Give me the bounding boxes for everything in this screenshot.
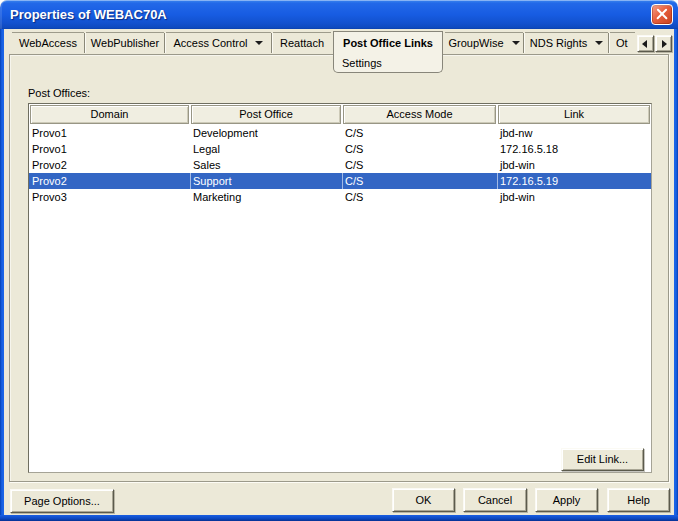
tab-separator xyxy=(164,33,165,53)
table-row[interactable]: Provo2 Sales C/S jbd-win xyxy=(29,157,651,173)
window-title: Properties of WEBAC70A xyxy=(10,0,167,29)
tab-other-clipped[interactable]: Ot xyxy=(610,32,635,54)
cell-domain: Provo1 xyxy=(29,125,190,141)
column-header-domain[interactable]: Domain xyxy=(30,105,189,124)
tab-post-office-links[interactable]: Post Office Links xyxy=(333,31,443,55)
tab-separator xyxy=(608,33,609,53)
column-header-post-office[interactable]: Post Office xyxy=(191,105,341,124)
help-button[interactable]: Help xyxy=(607,488,670,512)
tab-groupwise[interactable]: GroupWise xyxy=(445,32,523,54)
cell-post-office: Support xyxy=(190,173,342,189)
subtab-label: Settings xyxy=(342,57,382,69)
close-icon xyxy=(656,8,668,20)
page-options-button[interactable]: Page Options... xyxy=(10,489,114,513)
cell-link: 172.16.5.18 xyxy=(497,141,651,157)
arrow-left-icon xyxy=(642,40,647,48)
ok-button[interactable]: OK xyxy=(392,488,455,512)
cancel-button[interactable]: Cancel xyxy=(463,488,527,512)
arrow-right-icon xyxy=(662,40,667,48)
cell-access-mode: C/S xyxy=(342,125,497,141)
tab-separator xyxy=(84,33,85,53)
table-header-row: Domain Post Office Access Mode Link xyxy=(29,104,651,125)
tab-access-control[interactable]: Access Control xyxy=(166,32,271,54)
tab-reattach[interactable]: Reattach xyxy=(273,32,331,54)
cell-domain: Provo2 xyxy=(29,173,190,189)
properties-dialog: Properties of WEBAC70A WebAccess WebPubl… xyxy=(0,0,678,521)
table-row-selected[interactable]: Provo2 Support C/S 172.16.5.19 xyxy=(29,173,651,189)
chevron-down-icon xyxy=(595,41,603,45)
cell-link: jbd-nw xyxy=(497,125,651,141)
subtab-settings[interactable]: Settings xyxy=(333,55,443,73)
tab-label: NDS Rights xyxy=(530,37,587,49)
chevron-down-icon xyxy=(255,41,263,45)
chevron-down-icon xyxy=(512,41,520,45)
tab-label: Access Control xyxy=(174,37,248,49)
tab-label: Ot xyxy=(616,37,628,49)
tab-scroll-left-button[interactable] xyxy=(637,35,654,52)
tab-separator xyxy=(523,33,524,53)
cell-domain: Provo3 xyxy=(29,189,190,205)
column-header-link[interactable]: Link xyxy=(498,105,650,124)
close-button[interactable] xyxy=(651,4,673,25)
cell-access-mode: C/S xyxy=(342,189,497,205)
cell-link: jbd-win xyxy=(497,189,651,205)
cell-access-mode: C/S xyxy=(342,157,497,173)
cell-post-office: Development xyxy=(190,125,342,141)
tab-label: WebPublisher xyxy=(91,37,159,49)
tab-label: WebAccess xyxy=(19,37,77,49)
tab-webaccess[interactable]: WebAccess xyxy=(12,32,84,54)
cell-post-office: Legal xyxy=(190,141,342,157)
cell-post-office: Sales xyxy=(190,157,342,173)
tab-label: Reattach xyxy=(280,37,324,49)
post-offices-label: Post Offices: xyxy=(28,87,90,99)
table-row[interactable]: Provo1 Legal C/S 172.16.5.18 xyxy=(29,141,651,157)
post-offices-table: Domain Post Office Access Mode Link Prov… xyxy=(28,103,652,473)
cell-link: 172.16.5.19 xyxy=(497,173,651,189)
cell-post-office: Marketing xyxy=(190,189,342,205)
window-border-left xyxy=(0,29,4,515)
cell-access-mode: C/S xyxy=(342,141,497,157)
tab-scroll-right-button[interactable] xyxy=(655,35,672,52)
table-row[interactable]: Provo3 Marketing C/S jbd-win xyxy=(29,189,651,205)
tab-label: Post Office Links xyxy=(343,37,433,49)
table-row[interactable]: Provo1 Development C/S jbd-nw xyxy=(29,125,651,141)
cell-link: jbd-win xyxy=(497,157,651,173)
cell-domain: Provo2 xyxy=(29,157,190,173)
title-bar[interactable]: Properties of WEBAC70A xyxy=(0,0,678,29)
apply-button[interactable]: Apply xyxy=(535,488,598,512)
cell-domain: Provo1 xyxy=(29,141,190,157)
tab-nds-rights[interactable]: NDS Rights xyxy=(525,32,608,54)
tab-label: GroupWise xyxy=(448,37,503,49)
window-border-right xyxy=(674,29,678,515)
cell-access-mode: C/S xyxy=(342,173,497,189)
window-border-bottom xyxy=(0,515,678,521)
column-header-access-mode[interactable]: Access Mode xyxy=(343,105,496,124)
tab-webpublisher[interactable]: WebPublisher xyxy=(86,32,164,54)
edit-link-button[interactable]: Edit Link... xyxy=(561,448,644,471)
tab-separator xyxy=(271,33,272,53)
